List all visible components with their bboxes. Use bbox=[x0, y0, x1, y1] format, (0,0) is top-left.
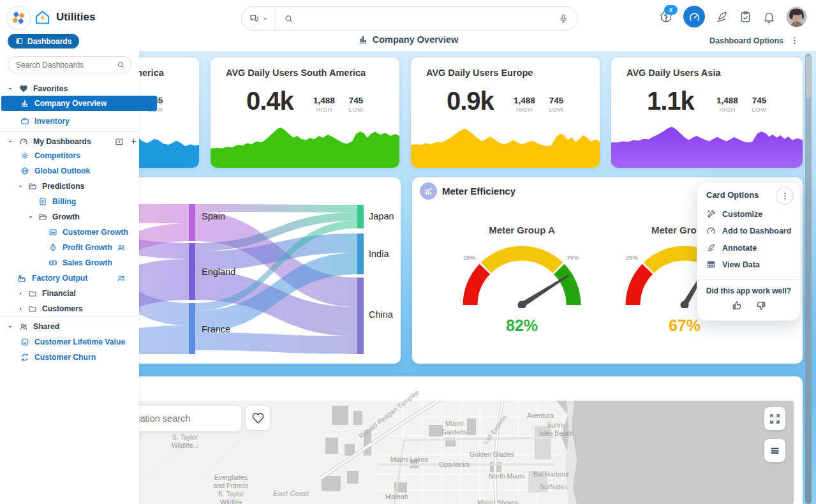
kpi-card-south-america[interactable]: AVG Daily Users South America 0.4k 1,488… bbox=[211, 57, 399, 168]
sidebar-search-input[interactable] bbox=[8, 61, 117, 70]
item-label: Inventory bbox=[34, 117, 70, 126]
page-scrollbar[interactable] bbox=[805, 54, 812, 504]
kpi-low-label: LOW bbox=[748, 106, 771, 113]
kpi-value: 0.4k bbox=[246, 87, 293, 115]
kpi-low-value: 745 bbox=[545, 96, 568, 105]
image-chart-icon bbox=[48, 228, 57, 237]
global-search[interactable] bbox=[241, 6, 578, 31]
item-label: Billing bbox=[52, 197, 76, 206]
document-icon bbox=[38, 197, 47, 206]
search-icon bbox=[284, 14, 293, 24]
sidebar-item-profit-growth[interactable]: Profit Growth bbox=[0, 241, 188, 255]
menu-item-view-data[interactable]: View Data bbox=[706, 260, 760, 269]
area-chart-asia bbox=[611, 124, 803, 168]
sidebar-item-customer-churn[interactable]: Customer Churn bbox=[0, 350, 159, 364]
item-label: Sales Growth bbox=[63, 258, 112, 267]
new-folder-icon[interactable] bbox=[115, 137, 124, 146]
map-label: North Miami bbox=[489, 472, 525, 480]
meter-card-icon bbox=[420, 182, 437, 200]
dashboard-options[interactable]: Dashboard Options bbox=[709, 36, 799, 45]
sidebar-item-company-overview[interactable]: Company Overview bbox=[1, 96, 157, 111]
sankey-node-label-japan[interactable]: Japan bbox=[369, 211, 394, 221]
menu-item-add-to-dashboard[interactable]: Add to Dashboard bbox=[706, 226, 791, 235]
kpi-card-europe[interactable]: AVG Daily Users Europe 0.9k 1,488 HIGH 7… bbox=[411, 57, 600, 168]
item-label: Profit Growth bbox=[63, 243, 112, 252]
folder-icon bbox=[28, 289, 37, 298]
map-favorite-button[interactable] bbox=[246, 406, 270, 430]
sidebar-folder-financial[interactable]: Financial bbox=[0, 286, 156, 300]
item-label: Company Overview bbox=[34, 99, 107, 108]
item-label: Customer Growth bbox=[63, 228, 128, 237]
sidebar-item-competitors[interactable]: Competitors bbox=[0, 149, 159, 163]
kebab-menu-icon[interactable] bbox=[790, 36, 799, 45]
sankey-node-label-china[interactable]: China bbox=[369, 309, 393, 320]
sankey-node-label-india[interactable]: India bbox=[369, 249, 389, 259]
sidebar-item-billing[interactable]: Billing bbox=[0, 195, 177, 209]
chevron-right-icon[interactable] bbox=[17, 290, 24, 297]
section-label: My Dashboards bbox=[33, 137, 91, 146]
sidebar-item-global-outlook[interactable]: Global Outlook bbox=[0, 164, 159, 178]
app-launcher-button[interactable] bbox=[6, 6, 31, 30]
sidebar-section-favorites[interactable]: Favorites bbox=[0, 82, 145, 96]
app-launcher-icon bbox=[13, 12, 25, 24]
heart-icon bbox=[19, 84, 28, 93]
chat-filter-button[interactable] bbox=[242, 7, 276, 30]
kpi-title: AVG Daily Users Asia bbox=[627, 68, 721, 78]
dashboards-sidebar: Favorites Company Overview Inventory My … bbox=[0, 51, 139, 504]
chevron-down-icon[interactable] bbox=[27, 213, 34, 221]
sidebar-folder-customers[interactable]: Customers bbox=[0, 302, 156, 316]
global-search-input[interactable] bbox=[293, 13, 558, 24]
annotate-button[interactable] bbox=[715, 10, 729, 24]
folder-label: Predictions bbox=[42, 182, 84, 191]
sidebar-folder-predictions[interactable]: Predictions bbox=[0, 179, 156, 193]
chevron-down-icon[interactable] bbox=[6, 138, 14, 145]
chevron-down-icon[interactable] bbox=[6, 85, 14, 93]
menu-item-annotate[interactable]: Annotate bbox=[706, 243, 757, 253]
sidebar-section-my-dashboards[interactable]: My Dashboards bbox=[0, 135, 145, 149]
sidebar-item-sales-growth[interactable]: Sales Growth bbox=[0, 256, 188, 270]
avatar-image bbox=[787, 7, 806, 27]
thumbs-down-icon[interactable] bbox=[755, 300, 767, 311]
sankey-node-label-france[interactable]: France bbox=[202, 324, 230, 334]
feedback-question: Did this app work well? bbox=[697, 286, 800, 295]
sidebar-section-shared[interactable]: Shared bbox=[0, 320, 145, 334]
sidebar-item-factory-output[interactable]: Factory Output bbox=[0, 271, 156, 285]
chevron-down-icon[interactable] bbox=[6, 323, 14, 330]
menu-item-customize[interactable]: Customize bbox=[706, 209, 762, 219]
shared-users-icon bbox=[117, 243, 126, 252]
kpi-title: AVG Daily Users South America bbox=[226, 68, 366, 78]
map-fullscreen-button[interactable] bbox=[764, 407, 785, 430]
map-list-button[interactable] bbox=[764, 439, 785, 462]
notifications-button[interactable] bbox=[762, 10, 776, 24]
page-title: Company Overview bbox=[0, 34, 816, 45]
chevron-right-icon[interactable] bbox=[17, 305, 24, 313]
microphone-icon[interactable] bbox=[558, 13, 568, 24]
item-label: Customer Churn bbox=[34, 353, 96, 362]
app-header: Utilities 2 Dashboa bbox=[0, 0, 816, 51]
scrollbar-thumb[interactable] bbox=[806, 56, 811, 98]
sidebar-item-customer-growth[interactable]: Customer Growth bbox=[0, 225, 188, 239]
user-avatar[interactable] bbox=[786, 6, 807, 27]
dashboards-active-button[interactable] bbox=[683, 6, 705, 27]
tasks-button[interactable] bbox=[739, 10, 752, 24]
menu-item-label: View Data bbox=[722, 260, 760, 269]
sidebar-folder-growth[interactable]: Growth bbox=[0, 210, 166, 224]
chevron-down-icon[interactable] bbox=[17, 182, 24, 190]
banknote-icon bbox=[48, 258, 57, 267]
map-label: Miami Shores bbox=[477, 499, 518, 504]
sidebar-search[interactable] bbox=[8, 56, 131, 73]
plus-icon[interactable] bbox=[130, 137, 138, 145]
gauge-icon bbox=[706, 226, 716, 235]
sankey-node-label-england[interactable]: England bbox=[202, 267, 235, 277]
thumbs-up-icon[interactable] bbox=[731, 300, 743, 311]
sidebar-item-customer-lifetime-value[interactable]: Customer Lifetime Value bbox=[0, 335, 159, 349]
sidebar-divider bbox=[0, 131, 139, 132]
gauge-icon bbox=[688, 11, 701, 23]
popup-more-button[interactable] bbox=[776, 187, 794, 205]
sidebar-item-inventory[interactable]: Inventory bbox=[0, 114, 159, 128]
ai-assistant-button[interactable]: 2 bbox=[659, 10, 673, 24]
item-label: Global Outlook bbox=[34, 167, 90, 175]
kpi-card-asia[interactable]: AVG Daily Users Asia 1.1k 1,488 HIGH 745… bbox=[611, 57, 803, 168]
kpi-high-label: HIGH bbox=[311, 106, 337, 113]
sankey-node-label-spain[interactable]: Spain bbox=[202, 211, 225, 221]
